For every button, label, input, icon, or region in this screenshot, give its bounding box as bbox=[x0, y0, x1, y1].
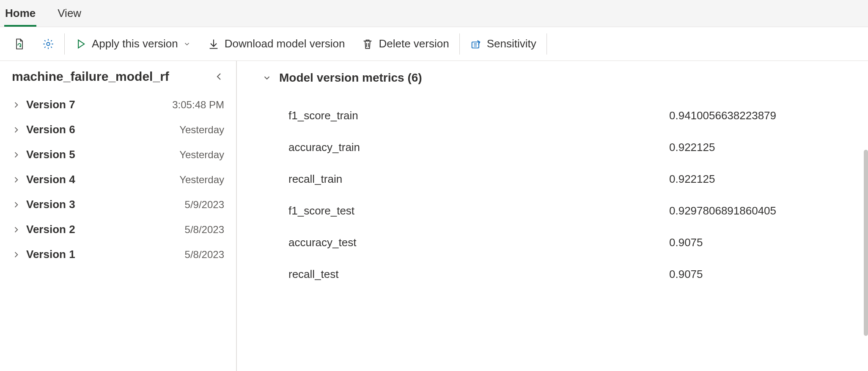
delete-version-button[interactable]: Delete version bbox=[353, 27, 457, 60]
version-date: Yesterday bbox=[179, 124, 224, 136]
scrollbar[interactable] bbox=[864, 150, 868, 336]
metric-value: 0.922125 bbox=[669, 173, 830, 186]
chevron-right-icon bbox=[12, 126, 20, 134]
metric-value: 0.9075 bbox=[669, 236, 830, 249]
sidebar-header: machine_failure_model_rf bbox=[0, 69, 236, 92]
version-item[interactable]: Version 7 3:05:48 PM bbox=[0, 92, 236, 117]
metric-value: 0.9410056638223879 bbox=[669, 109, 830, 122]
sensitivity-icon bbox=[470, 38, 482, 50]
version-name: Version 2 bbox=[26, 223, 75, 236]
svg-point-0 bbox=[47, 42, 49, 45]
chevron-right-icon bbox=[12, 250, 20, 259]
refresh-icon bbox=[14, 38, 25, 50]
metric-name: accuracy_test bbox=[288, 236, 669, 249]
metric-row: f1_score_test 0.9297806891860405 bbox=[262, 195, 830, 227]
gear-icon bbox=[42, 38, 54, 50]
chevron-down-icon bbox=[262, 73, 272, 82]
version-left: Version 4 bbox=[12, 173, 75, 186]
toolbar-divider bbox=[459, 33, 460, 55]
version-name: Version 5 bbox=[26, 148, 75, 161]
toolbar: Apply this version Download model versio… bbox=[0, 27, 868, 61]
version-name: Version 3 bbox=[26, 198, 75, 211]
version-left: Version 2 bbox=[12, 223, 75, 236]
chevron-right-icon bbox=[12, 225, 20, 234]
metric-row: accuracy_test 0.9075 bbox=[262, 227, 830, 258]
version-left: Version 3 bbox=[12, 198, 75, 211]
version-date: 3:05:48 PM bbox=[172, 99, 224, 111]
download-version-label: Download model version bbox=[225, 37, 345, 50]
version-date: 5/9/2023 bbox=[185, 199, 224, 211]
version-item[interactable]: Version 3 5/9/2023 bbox=[0, 192, 236, 217]
version-left: Version 5 bbox=[12, 148, 75, 161]
play-icon bbox=[75, 38, 87, 50]
chevron-right-icon bbox=[12, 201, 20, 209]
metric-row: f1_score_train 0.9410056638223879 bbox=[262, 100, 830, 132]
chevron-down-icon bbox=[183, 40, 191, 48]
metrics-section-header[interactable]: Model version metrics (6) bbox=[262, 71, 830, 85]
download-icon bbox=[208, 38, 220, 50]
details-pane: Model version metrics (6) f1_score_train… bbox=[237, 61, 868, 371]
version-left: Version 6 bbox=[12, 123, 75, 136]
version-name: Version 7 bbox=[26, 98, 75, 111]
sensitivity-label: Sensitivity bbox=[487, 37, 536, 50]
toolbar-divider bbox=[64, 33, 65, 55]
metric-name: recall_train bbox=[288, 173, 669, 186]
version-sidebar: machine_failure_model_rf Version 7 3:05:… bbox=[0, 61, 237, 371]
version-name: Version 4 bbox=[26, 173, 75, 186]
ribbon-tabs: Home View bbox=[0, 0, 868, 27]
metric-row: recall_test 0.9075 bbox=[262, 258, 830, 290]
version-date: 5/8/2023 bbox=[185, 249, 224, 261]
version-name: Version 6 bbox=[26, 123, 75, 136]
metrics-title: Model version metrics (6) bbox=[279, 71, 422, 85]
version-date: Yesterday bbox=[179, 149, 224, 161]
refresh-button[interactable] bbox=[5, 27, 34, 60]
model-name-title: machine_failure_model_rf bbox=[12, 69, 169, 84]
chevron-right-icon bbox=[12, 151, 20, 159]
settings-button[interactable] bbox=[34, 27, 63, 60]
main-content: machine_failure_model_rf Version 7 3:05:… bbox=[0, 61, 868, 371]
download-version-button[interactable]: Download model version bbox=[199, 27, 354, 60]
version-item[interactable]: Version 4 Yesterday bbox=[0, 167, 236, 192]
metric-value: 0.9075 bbox=[669, 268, 830, 281]
version-item[interactable]: Version 5 Yesterday bbox=[0, 142, 236, 167]
metric-name: f1_score_test bbox=[288, 204, 669, 217]
version-date: Yesterday bbox=[179, 174, 224, 186]
chevron-right-icon bbox=[12, 101, 20, 109]
sensitivity-button[interactable]: Sensitivity bbox=[461, 27, 545, 60]
version-item[interactable]: Version 2 5/8/2023 bbox=[0, 217, 236, 242]
toolbar-divider bbox=[547, 33, 547, 55]
version-item[interactable]: Version 6 Yesterday bbox=[0, 117, 236, 142]
delete-version-label: Delete version bbox=[379, 37, 449, 50]
apply-version-label: Apply this version bbox=[92, 37, 178, 50]
tab-view[interactable]: View bbox=[57, 3, 82, 27]
version-left: Version 1 bbox=[12, 248, 75, 261]
metric-name: accuracy_train bbox=[288, 141, 669, 154]
metric-value: 0.9297806891860405 bbox=[669, 204, 830, 217]
metric-value: 0.922125 bbox=[669, 141, 830, 154]
svg-rect-1 bbox=[472, 42, 478, 48]
version-date: 5/8/2023 bbox=[185, 224, 224, 236]
version-item[interactable]: Version 1 5/8/2023 bbox=[0, 242, 236, 267]
metric-row: recall_train 0.922125 bbox=[262, 163, 830, 195]
metric-row: accuracy_train 0.922125 bbox=[262, 132, 830, 163]
apply-version-button[interactable]: Apply this version bbox=[66, 27, 199, 60]
version-name: Version 1 bbox=[26, 248, 75, 261]
version-left: Version 7 bbox=[12, 98, 75, 111]
metric-name: f1_score_train bbox=[288, 109, 669, 122]
chevron-right-icon bbox=[12, 176, 20, 184]
tab-home[interactable]: Home bbox=[4, 3, 36, 27]
trash-icon bbox=[362, 38, 374, 50]
collapse-sidebar-icon[interactable] bbox=[214, 71, 224, 82]
metric-name: recall_test bbox=[288, 268, 669, 281]
